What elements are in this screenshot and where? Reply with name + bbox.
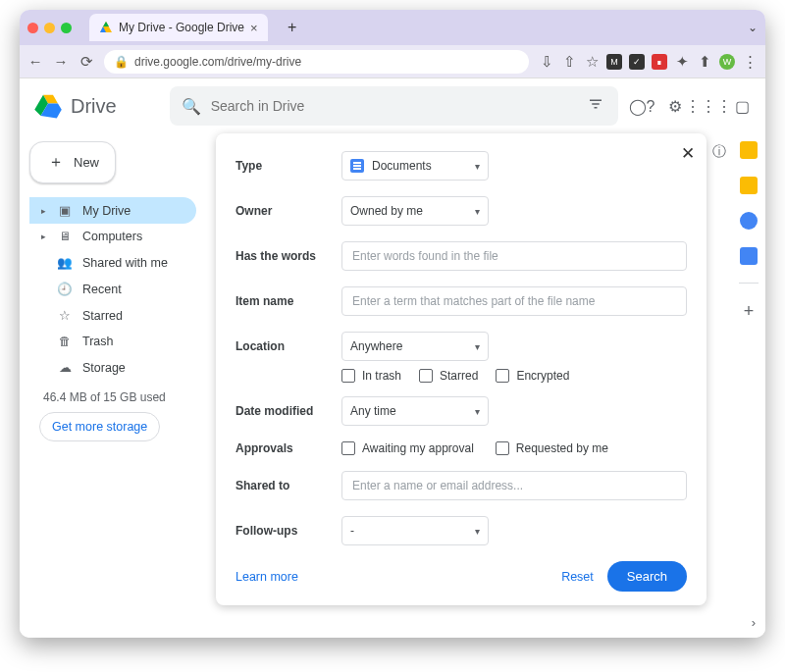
extensions-icon[interactable]: ✦ — [674, 53, 690, 71]
sidebar-item-storage[interactable]: ☁Storage — [29, 354, 196, 381]
sidebar-item-trash[interactable]: 🗑Trash — [29, 329, 196, 354]
window-minimize-dot[interactable] — [44, 23, 55, 33]
nav-icon: 🕘 — [57, 282, 73, 296]
drive-favicon-icon — [99, 21, 113, 34]
type-label: Type — [236, 159, 326, 173]
browser-tab[interactable]: My Drive - Google Drive × — [89, 14, 268, 41]
date-modified-label: Date modified — [236, 404, 326, 418]
follow-ups-label: Follow-ups — [236, 524, 326, 538]
drive-logo[interactable]: Drive — [33, 91, 117, 121]
window-close-dot[interactable] — [27, 23, 38, 33]
encrypted-checkbox[interactable]: Encrypted — [496, 369, 569, 383]
tab-close-icon[interactable]: × — [250, 21, 258, 35]
lock-icon: 🔒 — [114, 55, 129, 69]
new-tab-button[interactable]: + — [282, 19, 303, 36]
extension-icon[interactable]: ✓ — [629, 54, 645, 70]
tabs-overflow-icon[interactable]: ⌄ — [748, 21, 758, 34]
sidebar-item-starred[interactable]: ☆Starred — [29, 302, 196, 329]
location-select[interactable]: Anywhere ▾ — [341, 332, 489, 361]
awaiting-approval-checkbox[interactable]: Awaiting my approval — [341, 441, 474, 455]
nav-label: My Drive — [82, 204, 131, 218]
expand-icon: ▸ — [41, 232, 47, 241]
nav-label: Starred — [82, 309, 123, 323]
star-icon[interactable]: ☆ — [584, 53, 600, 71]
new-button[interactable]: ＋ New — [29, 141, 116, 183]
follow-ups-select[interactable]: - ▾ — [341, 516, 489, 545]
has-words-input[interactable]: Enter words found in the file — [341, 241, 687, 271]
nav-label: Storage — [82, 361, 126, 375]
back-button[interactable]: ← — [27, 53, 43, 70]
account-avatar[interactable]: ▢ — [732, 96, 752, 116]
get-storage-button[interactable]: Get more storage — [39, 412, 160, 441]
sidebar-item-recent[interactable]: 🕘Recent — [29, 276, 196, 302]
nav-label: Shared with me — [82, 256, 168, 270]
app-content: Drive 🔍 ◯? ⚙ ⋮⋮⋮ ▢ ⓘ ＋ New ▸▣ — [20, 78, 765, 638]
toolbar-icons: ⇩ ⇧ ☆ M ✓ ∎ ✦ ⬆ W ⋮ — [539, 53, 758, 71]
details-icon[interactable]: ⓘ — [712, 143, 726, 161]
item-name-input[interactable]: Enter a term that matches part of the fi… — [341, 286, 687, 316]
date-modified-select[interactable]: Any time ▾ — [341, 396, 489, 426]
shared-to-input[interactable]: Enter a name or email address... — [341, 471, 687, 500]
add-on-button[interactable]: + — [744, 301, 755, 322]
placeholder-text: Enter a term that matches part of the fi… — [352, 294, 595, 308]
drive-wordmark: Drive — [71, 95, 117, 118]
nav-icon: 👥 — [57, 255, 73, 270]
search-button[interactable]: Search — [607, 561, 687, 592]
sidebar-item-my-drive[interactable]: ▸▣My Drive — [29, 197, 196, 224]
sidebar-item-shared-with-me[interactable]: 👥Shared with me — [29, 249, 196, 276]
type-select[interactable]: Documents ▾ — [341, 151, 489, 181]
sidebar: ＋ New ▸▣My Drive▸🖥Computers👥Shared with … — [20, 133, 206, 441]
starred-checkbox[interactable]: Starred — [419, 369, 478, 383]
search-icon: 🔍 — [182, 97, 201, 116]
help-icon[interactable]: ◯? — [632, 96, 652, 116]
collapse-side-panel-icon[interactable]: › — [752, 615, 756, 630]
settings-icon[interactable]: ⚙ — [665, 96, 685, 116]
caret-down-icon: ▾ — [475, 206, 480, 217]
sidebar-item-computers[interactable]: ▸🖥Computers — [29, 224, 196, 249]
caret-down-icon: ▾ — [475, 161, 480, 172]
share-icon[interactable]: ⇧ — [561, 53, 577, 71]
nav-icon: ▣ — [57, 203, 73, 218]
calendar-icon[interactable] — [740, 177, 758, 194]
install-icon[interactable]: ⇩ — [539, 53, 554, 71]
close-panel-button[interactable]: ✕ — [681, 143, 695, 164]
requested-by-me-checkbox[interactable]: Requested by me — [496, 441, 608, 455]
url-text: drive.google.com/drive/my-drive — [134, 55, 301, 69]
svg-marker-1 — [103, 22, 109, 26]
advanced-search-panel: ✕ Type Documents ▾ Owner Owned by me ▾ H… — [216, 133, 706, 605]
reload-button[interactable]: ⟳ — [78, 53, 94, 71]
learn-more-link[interactable]: Learn more — [236, 570, 298, 584]
tab-title: My Drive - Google Drive — [119, 21, 244, 34]
search-options-icon[interactable] — [587, 95, 606, 117]
owner-select[interactable]: Owned by me ▾ — [341, 196, 489, 226]
location-value: Anywhere — [350, 339, 402, 353]
contacts-icon[interactable] — [740, 247, 758, 265]
new-button-label: New — [74, 155, 99, 170]
window-zoom-dot[interactable] — [61, 23, 72, 33]
nav-icon: ☆ — [57, 308, 73, 323]
has-words-label: Has the words — [236, 249, 326, 263]
updates-icon[interactable]: ⬆ — [697, 53, 712, 71]
owner-value: Owned by me — [350, 204, 423, 218]
side-panel: + — [732, 137, 765, 322]
forward-button[interactable]: → — [53, 53, 69, 70]
reset-button[interactable]: Reset — [561, 570, 594, 584]
address-bar[interactable]: 🔒 drive.google.com/drive/my-drive — [104, 50, 529, 74]
profile-avatar[interactable]: W — [719, 54, 735, 70]
apps-grid-icon[interactable]: ⋮⋮⋮ — [699, 96, 718, 116]
in-trash-checkbox[interactable]: In trash — [341, 369, 401, 383]
keep-icon[interactable] — [740, 141, 758, 159]
nav-icon: 🗑 — [57, 335, 73, 348]
owner-label: Owner — [236, 204, 326, 218]
rail-divider — [739, 283, 759, 284]
tasks-icon[interactable] — [740, 212, 758, 230]
plus-icon: ＋ — [48, 152, 64, 173]
search-input[interactable] — [211, 98, 577, 114]
date-modified-value: Any time — [350, 404, 396, 418]
search-bar[interactable]: 🔍 — [170, 86, 618, 126]
kebab-menu-icon[interactable]: ⋮ — [742, 53, 758, 71]
nav-label: Trash — [82, 335, 114, 348]
extension-icon[interactable]: M — [606, 54, 622, 70]
placeholder-text: Enter a name or email address... — [352, 479, 523, 492]
extension-icon[interactable]: ∎ — [652, 54, 667, 70]
